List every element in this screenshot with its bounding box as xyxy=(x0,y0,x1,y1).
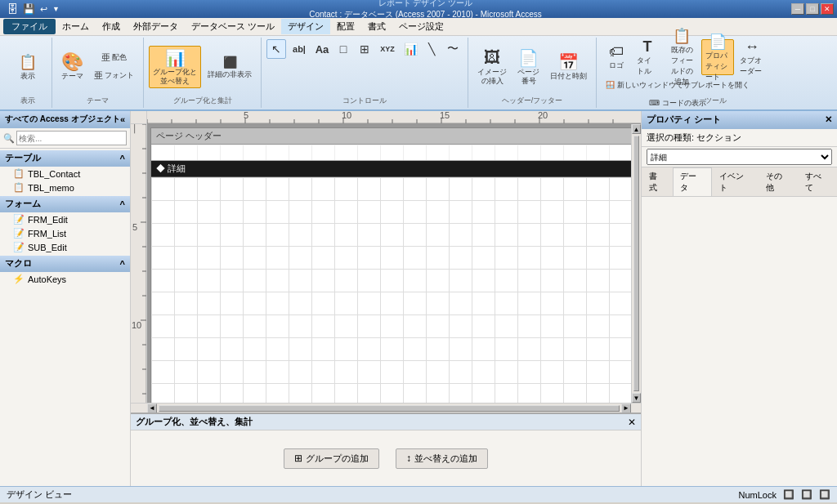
scroll-thumb[interactable] xyxy=(633,136,639,391)
rect-tool[interactable]: □ xyxy=(333,39,353,59)
add-group-icon: ⊞ xyxy=(294,453,302,464)
table-tool[interactable]: ⊞ xyxy=(355,39,374,59)
detail-content[interactable] xyxy=(151,177,631,403)
status-icon-1[interactable]: 🔲 xyxy=(783,489,794,500)
datetime-button[interactable]: 📅 日付と時刻 xyxy=(546,46,591,88)
font-icon: 亜 xyxy=(94,69,103,82)
image-insert-button[interactable]: 🖼 イメージの挿入 xyxy=(473,46,511,88)
nav-item-sub-edit[interactable]: 📝 SUB_Edit xyxy=(0,240,130,254)
menu-create[interactable]: 作成 xyxy=(96,19,127,34)
add-group-button[interactable]: ⊞ グループの追加 xyxy=(284,448,379,469)
group-sort-title: グループ化、並べ替え、集計 xyxy=(136,416,253,428)
existing-fields-button[interactable]: 📋 既存のフィールドの追加 xyxy=(664,39,700,75)
props-tab-all[interactable]: すべて xyxy=(798,167,837,196)
left-pane-title: すべての Access オブジェクト xyxy=(5,114,120,125)
svg-text:15: 15 xyxy=(440,111,450,120)
logo-button[interactable]: 🏷 ロゴ xyxy=(602,39,631,75)
property-sheet-button[interactable]: 📄 プロパティシート xyxy=(701,39,734,75)
nav-section-tables[interactable]: テーブル ^ xyxy=(0,150,130,167)
groupsort-label: グループ化と並べ替え xyxy=(153,68,197,86)
nav-item-frm-list[interactable]: 📝 FRM_List xyxy=(0,226,130,240)
nav-section-forms[interactable]: フォーム ^ xyxy=(0,196,130,212)
nav-item-tbl-memo[interactable]: 📋 TBL_memo xyxy=(0,181,130,194)
tbl-contact-label: TBL_Contact xyxy=(28,169,80,179)
canvas-scroll-area[interactable]: ページ ヘッダー ◆ 詳細 xyxy=(147,124,631,403)
menu-pagesetup[interactable]: ページ設定 xyxy=(392,19,450,34)
h-ruler: 5 10 15 20 xyxy=(147,111,641,124)
hide-detail-button[interactable]: ⬛ 詳細の非表示 xyxy=(204,52,256,82)
page-num-button[interactable]: 📄 ページ番号 xyxy=(513,46,544,88)
quick-access-save[interactable]: 💾 xyxy=(23,3,35,15)
status-icon-3[interactable]: 🔲 xyxy=(819,489,830,500)
minimize-button[interactable]: ─ xyxy=(791,3,804,15)
close-button[interactable]: ✕ xyxy=(821,3,834,15)
scroll-down-button[interactable]: ▼ xyxy=(632,393,641,403)
quick-access-dropdown[interactable]: ▼ xyxy=(52,5,60,13)
chart-tool[interactable]: 📊 xyxy=(401,39,420,59)
menu-arrange[interactable]: 配置 xyxy=(330,19,361,34)
search-input[interactable] xyxy=(16,131,127,145)
nav-section-forms-expand: ^ xyxy=(120,199,125,209)
svg-text:│: │ xyxy=(132,124,138,134)
property-sheet-icon: 📄 xyxy=(709,33,727,51)
props-tab-format[interactable]: 書式 xyxy=(642,167,673,196)
nav-section-tables-label: テーブル xyxy=(5,152,41,164)
vertical-scrollbar[interactable]: ▲ ▼ xyxy=(631,124,641,403)
page-header-content[interactable] xyxy=(151,145,631,161)
props-selection-row: 選択の種類: セクション xyxy=(642,129,837,147)
wave-tool[interactable]: 〜 xyxy=(443,39,463,59)
nav-section-macros[interactable]: マクロ ^ xyxy=(0,256,130,272)
text-tool[interactable]: ab| xyxy=(288,39,311,59)
detail-label: ◆ 詳細 xyxy=(151,161,631,177)
image-label: イメージの挿入 xyxy=(477,68,507,86)
theme-button[interactable]: 🎨 テーマ xyxy=(57,46,87,88)
add-sort-button[interactable]: ↕ 並べ替えの追加 xyxy=(396,448,488,469)
menu-home[interactable]: ホーム xyxy=(56,19,96,34)
scroll-right-button[interactable]: ► xyxy=(621,404,631,413)
props-close-icon[interactable]: ✕ xyxy=(825,114,832,125)
autokeys-label: AutoKeys xyxy=(28,274,66,284)
group-sort-close[interactable]: ✕ xyxy=(628,417,636,428)
tab-order-button[interactable]: ↔ タブオーダー xyxy=(736,39,768,75)
menu-design[interactable]: デザイン xyxy=(281,19,330,34)
xyz-tool[interactable]: XYZ xyxy=(376,39,399,59)
maximize-button[interactable]: □ xyxy=(806,3,819,15)
menu-format[interactable]: 書式 xyxy=(361,19,392,34)
props-selection-label: 選択の種類: セクション xyxy=(647,132,741,142)
left-pane-expand-icon[interactable]: « xyxy=(120,114,125,124)
menu-dbtools[interactable]: データベース ツール xyxy=(185,19,281,34)
status-bar: デザイン ビュー NumLock 🔲 🔲 🔲 xyxy=(0,486,837,502)
props-tab-event[interactable]: イベント xyxy=(712,167,759,196)
color-button[interactable]: 亜配色 xyxy=(90,50,138,66)
label-tool[interactable]: Aa xyxy=(312,39,332,59)
nav-item-autokeys[interactable]: ⚡ AutoKeys xyxy=(0,272,130,286)
add-sort-label: 並べ替えの追加 xyxy=(414,453,477,465)
font-button[interactable]: 亜フォント xyxy=(90,68,138,84)
nav-item-tbl-contact[interactable]: 📋 TBL_Contact xyxy=(0,167,130,181)
select-tool[interactable]: ↖ xyxy=(266,39,286,59)
line-tool[interactable]: ╲ xyxy=(422,39,441,59)
horizontal-scrollbar-area: ◄ ► xyxy=(131,403,641,413)
h-scroll-thumb[interactable] xyxy=(159,405,620,412)
menu-file[interactable]: ファイル xyxy=(3,19,56,34)
menu-external[interactable]: 外部データ xyxy=(127,19,185,34)
props-selection-dropdown-row: 詳細 xyxy=(642,147,837,167)
title-button[interactable]: T タイトル xyxy=(633,39,662,75)
view-button[interactable]: 📋 表示 xyxy=(10,46,46,88)
props-selection-dropdown[interactable]: 詳細 xyxy=(647,149,832,165)
open-subreport-button[interactable]: 🪟 新しいウィンドウでサブレポートを開く xyxy=(602,77,754,93)
props-tab-other[interactable]: その他 xyxy=(759,167,798,196)
status-icon-2[interactable]: 🔲 xyxy=(801,489,812,500)
groupsort-button[interactable]: 📊 グループ化と並べ替え xyxy=(149,46,201,88)
show-code-button[interactable]: ⌨ コードの表示 xyxy=(602,95,754,111)
datetime-icon: 📅 xyxy=(559,52,579,72)
scroll-left-button[interactable]: ◄ xyxy=(147,404,157,413)
scroll-up-button[interactable]: ▲ xyxy=(632,124,641,134)
nav-item-frm-edit[interactable]: 📝 FRM_Edit xyxy=(0,212,130,226)
title-bar: 🗄 💾 ↩ ▼ レポート デザイン ツール Contact : データベース (… xyxy=(0,0,837,18)
props-tab-data[interactable]: データ xyxy=(673,167,712,196)
groupsort-icon: 📊 xyxy=(165,48,185,68)
quick-access-undo[interactable]: ↩ xyxy=(40,4,47,15)
macro-icon-1: ⚡ xyxy=(13,274,25,284)
ribbon: 📋 表示 表示 🎨 テーマ 亜配色 亜フォント xyxy=(0,36,837,111)
